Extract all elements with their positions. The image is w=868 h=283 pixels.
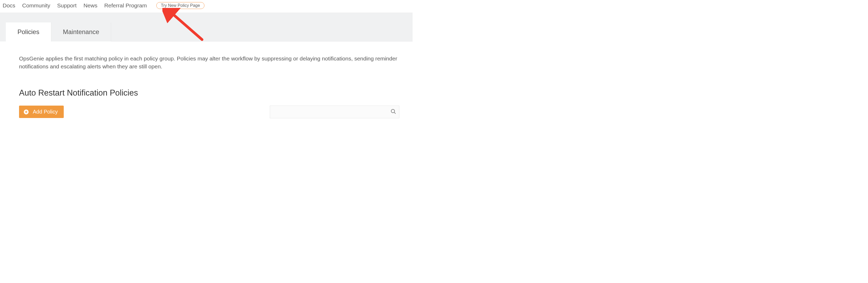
tabs: Policies Maintenance	[6, 23, 412, 41]
nav-news[interactable]: News	[84, 2, 98, 9]
add-policy-label: Add Policy	[33, 109, 58, 115]
tab-bar-area: Policies Maintenance	[0, 13, 412, 41]
search-icon[interactable]	[390, 108, 396, 115]
search-wrap	[270, 106, 399, 118]
section-toolbar: Add Policy	[19, 106, 399, 118]
section-title: Auto Restart Notification Policies	[19, 88, 399, 98]
plus-circle-icon	[23, 109, 29, 115]
top-nav: Docs Community Support News Referral Pro…	[0, 0, 412, 13]
tabs-spacer	[111, 23, 412, 41]
nav-referral-program[interactable]: Referral Program	[104, 2, 147, 9]
nav-support[interactable]: Support	[57, 2, 77, 9]
nav-community[interactable]: Community	[22, 2, 50, 9]
tab-maintenance[interactable]: Maintenance	[51, 23, 111, 41]
try-new-policy-page-button[interactable]: Try New Policy Page	[156, 2, 205, 9]
add-policy-button[interactable]: Add Policy	[19, 106, 64, 118]
tab-policies[interactable]: Policies	[6, 23, 51, 41]
policies-description: OpsGenie applies the first matching poli…	[19, 55, 399, 71]
search-input[interactable]	[270, 106, 399, 118]
content-panel: OpsGenie applies the first matching poli…	[6, 41, 412, 121]
nav-docs[interactable]: Docs	[3, 2, 16, 9]
svg-line-4	[394, 112, 395, 113]
